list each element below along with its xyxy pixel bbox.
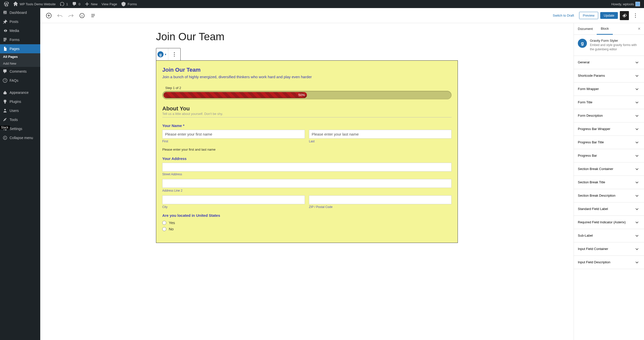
site-name-link[interactable]: WP Tools Demo Website [11,0,58,8]
revisions-link[interactable]: 1 [58,0,70,8]
revisions-count: 1 [66,2,68,6]
forms-icon [121,2,126,7]
my-account[interactable]: Howdy, wptools [609,0,642,8]
update-icon [60,2,65,7]
comments-link[interactable]: 0 [70,0,82,8]
wp-logo[interactable] [2,0,11,8]
comments-count: 0 [78,2,80,6]
new-content-link[interactable]: New [83,0,100,8]
new-label: New [91,2,98,6]
home-icon [13,2,18,7]
comment-icon [72,2,77,7]
view-page-link[interactable]: View Page [100,0,119,8]
site-name: WP Tools Demo Website [20,2,56,6]
admin-bar: WP Tools Demo Website 1 0 New View Page … [0,0,644,8]
plus-icon [85,2,90,7]
forms-link[interactable]: Forms [119,0,139,8]
wordpress-icon [4,2,9,7]
avatar-icon [635,2,640,6]
